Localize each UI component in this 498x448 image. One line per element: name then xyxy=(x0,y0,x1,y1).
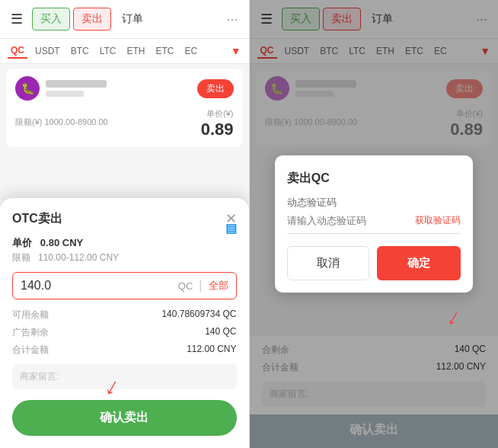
price-label: 单价 xyxy=(12,237,32,248)
dialog-code-label: 动态验证码 xyxy=(287,196,461,210)
merchant-row-left: 🐛 卖出 xyxy=(15,76,234,101)
buy-tab-left[interactable]: 买入 xyxy=(32,8,70,30)
available-val: 140.78609734 QC xyxy=(161,309,236,322)
price-cny-val: 0.80 CNY xyxy=(40,237,83,248)
right-panel: ☰ 买入 卖出 订单 ··· QC USDT BTC LTC ETH ETC E… xyxy=(250,0,499,448)
available-row: 可用余额 140.78609734 QC xyxy=(12,309,237,322)
menu-icon[interactable]: ☰ xyxy=(11,11,23,27)
ad-remain-val: 140 QC xyxy=(205,326,236,339)
total-label-left: 合计金额 xyxy=(12,344,49,357)
filter-icon-left[interactable]: ▼ xyxy=(231,45,241,57)
cur-ltc-left[interactable]: LTC xyxy=(97,44,120,58)
sheet-title: OTC卖出 xyxy=(12,211,62,227)
available-label: 可用余额 xyxy=(12,309,49,322)
sell-tab-left[interactable]: 卖出 xyxy=(73,8,111,30)
get-code-btn[interactable]: 获取验证码 xyxy=(415,214,461,227)
confirm-sell-btn-left[interactable]: 确认卖出 xyxy=(12,400,237,436)
cur-usdt-left[interactable]: USDT xyxy=(32,44,63,58)
price-cny-line: 单价 0.80 CNY ▤ xyxy=(12,236,237,250)
sheet-title-row: OTC卖出 ✕ xyxy=(12,210,237,227)
merchant-sub-bar xyxy=(46,91,84,97)
dialog-title: 卖出QC xyxy=(287,171,461,187)
more-icon-left[interactable]: ··· xyxy=(226,11,238,27)
dialog-input-row: 获取验证码 xyxy=(287,214,461,234)
total-row-left: 合计金额 112.00 CNY xyxy=(12,344,237,357)
sell-small-btn-left[interactable]: 卖出 xyxy=(197,79,234,98)
limit-label-sheet: 限额 xyxy=(12,252,30,263)
limit-line: 限额 110.00-112.00 CNY xyxy=(12,251,237,264)
otc-sheet-left: OTC卖出 ✕ 单价 0.80 CNY ▤ 限额 110.00-112.00 C… xyxy=(0,198,249,448)
total-val-left: 112.00 CNY xyxy=(187,344,236,357)
merchant-name-bar xyxy=(46,80,107,88)
price-unit-left: 单价(¥) xyxy=(201,108,234,120)
merchant-card-left: 🐛 卖出 限额(¥) 1000.00-8900.00 单价(¥) 0.89 xyxy=(6,69,243,147)
limit-text-left: 限额(¥) 1000.00-8900.00 xyxy=(15,117,108,128)
amount-all-btn[interactable]: 全部 xyxy=(209,279,228,293)
cur-eth-left[interactable]: ETH xyxy=(123,44,148,58)
price-row-left: 限额(¥) 1000.00-8900.00 单价(¥) 0.89 xyxy=(15,105,234,139)
order-tab-left[interactable]: 订单 xyxy=(114,8,151,30)
top-nav-left: ☰ 买入 卖出 订单 ··· xyxy=(0,0,249,39)
price-info-block: 单价 0.80 CNY ▤ 限额 110.00-112.00 CNY xyxy=(12,236,237,264)
cur-ec-left[interactable]: EC xyxy=(181,44,200,58)
amount-cur-label: QC xyxy=(178,280,193,292)
ad-remain-label: 广告剩余 xyxy=(12,326,49,339)
currency-tabs-left: QC USDT BTC LTC ETH ETC EC ▼ xyxy=(0,39,249,64)
close-sheet-btn[interactable]: ✕ xyxy=(225,210,237,227)
verify-code-input[interactable] xyxy=(287,215,415,226)
nav-tabs-left: 买入 卖出 订单 xyxy=(32,8,217,30)
cur-etc-left[interactable]: ETC xyxy=(152,44,177,58)
avatar-left: 🐛 xyxy=(15,76,40,101)
cur-btc-left[interactable]: BTC xyxy=(68,44,92,58)
divider-v: | xyxy=(199,279,202,293)
limit-val-sheet: 110.00-112.00 CNY xyxy=(38,252,119,263)
cur-qc-left[interactable]: QC xyxy=(8,43,27,59)
amount-row: QC | 全部 xyxy=(12,272,237,299)
verify-dialog: 卖出QC 动态验证码 获取验证码 取消 确定 xyxy=(275,155,473,293)
price-val-left: 0.89 xyxy=(201,120,234,139)
left-panel: ☰ 买入 卖出 订单 ··· QC USDT BTC LTC ETH ETC E… xyxy=(0,0,249,448)
dialog-actions: 取消 确定 xyxy=(287,246,461,280)
cancel-dialog-btn[interactable]: 取消 xyxy=(287,246,369,280)
ad-remain-row: 广告剩余 140 QC xyxy=(12,326,237,339)
merchant-name-block-left xyxy=(46,80,191,97)
amount-input[interactable] xyxy=(21,279,178,293)
confirm-dialog-btn[interactable]: 确定 xyxy=(377,246,461,280)
